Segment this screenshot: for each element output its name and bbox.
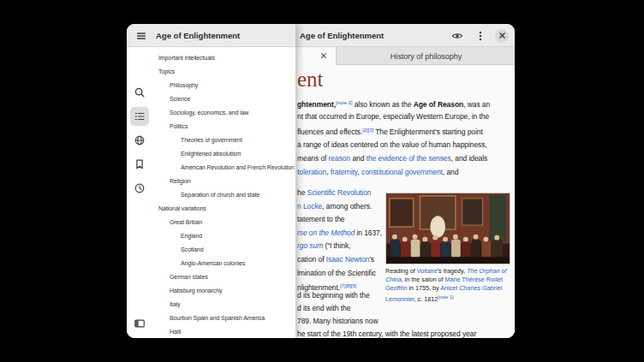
text-run: tatement to the xyxy=(297,215,345,223)
text-run: nt that occurred in Europe, especially W… xyxy=(297,112,489,121)
toc-item[interactable]: Theories of government xyxy=(152,134,295,147)
app-window: Age of Enlightenment xyxy=(127,24,515,338)
article-text-line: he Scientific Revolution xyxy=(297,187,382,200)
toc-item[interactable]: England xyxy=(152,229,295,243)
text-run: , was an xyxy=(463,100,490,109)
text-run: and xyxy=(350,154,367,163)
text-run: 789. Many historians now xyxy=(297,317,378,325)
text-run: he start of the 19th century, with the l… xyxy=(297,329,476,338)
view-options-button[interactable] xyxy=(449,27,466,45)
text-run: lmination of the Scientific xyxy=(297,269,376,277)
toc-item[interactable]: German states xyxy=(152,270,295,284)
article-link[interactable]: fraternity xyxy=(331,168,358,176)
toc-item[interactable]: Enlightened absolutism xyxy=(152,147,295,161)
eye-icon xyxy=(451,30,463,42)
search-icon xyxy=(134,86,146,98)
tab-label: History of philosophy xyxy=(391,52,462,61)
article-text-line: rgo sum (“I think, xyxy=(297,240,382,253)
article-text-line: means of reason and the evidence of the … xyxy=(297,151,490,165)
main-menu-button[interactable] xyxy=(472,27,489,45)
tab-close-button[interactable] xyxy=(318,50,330,62)
toc-item[interactable]: Separation of church and state xyxy=(152,188,295,202)
article-link[interactable]: Voltaire xyxy=(417,267,438,275)
toc-item[interactable]: Scotland xyxy=(152,243,295,257)
toc-item[interactable]: Great Britain xyxy=(152,216,295,229)
kebab-menu-icon xyxy=(474,30,486,42)
reference-link[interactable]: [7][8][9] xyxy=(340,283,356,288)
drawer-body: Important intellectualsTopicsPhilosophyS… xyxy=(127,47,295,338)
text-run: in 1637, xyxy=(355,228,382,237)
article-link[interactable]: Isaac Newton xyxy=(326,255,370,264)
reference-link[interactable]: [note 2] xyxy=(336,100,352,105)
text-run: Age of Reason xyxy=(414,100,463,109)
article-heading: ent xyxy=(297,68,324,92)
text-run: , and xyxy=(443,168,459,176)
toc-item[interactable]: American Revolution and French Revolutio… xyxy=(152,161,295,175)
toc-item[interactable]: Philosophy xyxy=(152,79,295,92)
text-run: also known as the xyxy=(352,100,413,109)
close-window-button[interactable] xyxy=(495,29,509,43)
toc-item[interactable]: Science xyxy=(152,92,295,106)
text-run: means of xyxy=(297,154,329,163)
history-button[interactable] xyxy=(130,179,149,198)
article-text-line: rse on the Method in 1637, xyxy=(297,227,382,240)
reference-link[interactable]: [note 1] xyxy=(438,294,453,300)
article-text-line: d its end with the xyxy=(297,302,476,315)
text-run: he xyxy=(297,188,307,197)
bookmarks-button[interactable] xyxy=(130,155,149,174)
toc-item[interactable]: Important intellectuals xyxy=(152,51,295,65)
article-text-line: he start of the 19th century, with the l… xyxy=(297,328,476,338)
toc-item[interactable]: National variations xyxy=(152,202,295,216)
toc-item[interactable]: Topics xyxy=(152,65,295,79)
sidebar-drawer: Age of Enlightenment xyxy=(127,24,295,338)
painting-thumbnail[interactable] xyxy=(385,193,510,264)
history-icon xyxy=(134,182,146,194)
panel-toggle-icon xyxy=(134,317,146,329)
article-link[interactable]: rse on the Method xyxy=(297,228,355,237)
bookmarks-icon xyxy=(134,158,146,170)
panel-toggle-button[interactable] xyxy=(130,314,149,333)
text-run: ghtenment, xyxy=(297,100,336,109)
toc-list: Important intellectualsTopicsPhilosophyS… xyxy=(152,47,295,338)
article-text-line: tatement to the xyxy=(297,213,382,227)
article-text-line: fluences and effects.[2][3] The Enlighte… xyxy=(297,123,490,137)
article-link[interactable]: constitutional government xyxy=(361,168,443,176)
text-run: , and ideals xyxy=(451,154,488,163)
hamburger-menu-button[interactable] xyxy=(133,27,150,45)
toc-item[interactable]: Habsburg monarchy xyxy=(152,284,295,298)
article-link[interactable]: rgo sum xyxy=(297,241,323,250)
text-run: 's xyxy=(369,255,374,264)
toc-item[interactable]: Politics xyxy=(152,120,295,134)
toc-button[interactable] xyxy=(130,107,149,126)
text-run: (“I think, xyxy=(323,241,350,250)
search-button[interactable] xyxy=(130,83,149,102)
article-text-line: lmination of the Scientific xyxy=(297,267,382,281)
languages-button[interactable] xyxy=(130,131,149,150)
article-link[interactable]: n Locke xyxy=(297,202,322,211)
toc-item[interactable]: Haiti xyxy=(152,325,295,338)
languages-icon xyxy=(134,134,146,146)
text-run: d its end with the xyxy=(297,304,350,312)
toc-item[interactable]: Anglo-American colonies xyxy=(152,257,295,270)
toc-item[interactable]: Sociology, economics, and law xyxy=(152,106,295,120)
toc-item[interactable]: Italy xyxy=(152,298,295,312)
drawer-title: Age of Enlightenment xyxy=(156,31,240,40)
text-run: , c. 1812 xyxy=(414,295,438,303)
figure-caption: Reading of Voltaire's tragedy, The Orpha… xyxy=(385,267,510,304)
text-run: d its beginning with the xyxy=(297,291,370,300)
reference-link[interactable]: [2][3] xyxy=(362,128,373,133)
article-text-line: ghtenment,[note 2] also known as the Age… xyxy=(297,96,490,110)
toc-item[interactable]: Religion xyxy=(152,175,295,188)
article-link[interactable]: the evidence of the senses xyxy=(367,154,451,163)
tab-history-of-philosophy[interactable]: History of philosophy xyxy=(337,47,515,65)
article-link[interactable]: toleration xyxy=(297,168,326,176)
text-run: Reading of xyxy=(385,267,417,275)
window-title: Age of Enlightenment xyxy=(300,24,384,47)
article-link[interactable]: reason xyxy=(329,154,351,163)
article-figure: Reading of Voltaire's tragedy, The Orpha… xyxy=(385,193,510,304)
text-run: , among others. xyxy=(322,202,372,211)
header-actions xyxy=(449,24,509,47)
tab-close-icon xyxy=(320,52,327,59)
toc-item[interactable]: Bourbon Spain and Spanish America xyxy=(152,312,295,325)
article-link[interactable]: Scientific Revolution xyxy=(307,188,372,197)
